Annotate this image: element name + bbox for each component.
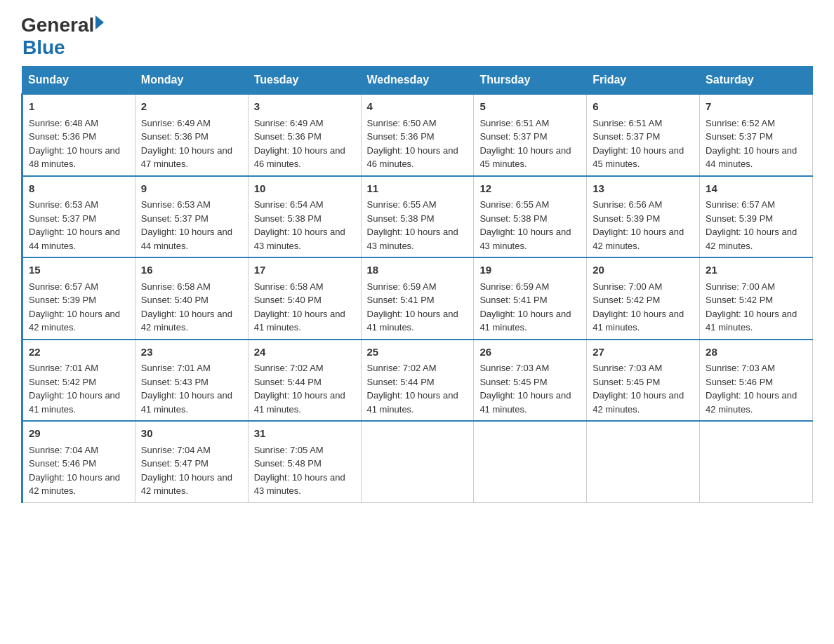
sunrise-text: Sunrise: 6:51 AM bbox=[479, 118, 549, 128]
daylight-text: Daylight: 10 hours and 41 minutes. bbox=[254, 309, 345, 333]
daylight-text: Daylight: 10 hours and 42 minutes. bbox=[706, 227, 797, 251]
sunrise-text: Sunrise: 6:49 AM bbox=[254, 118, 324, 128]
daylight-text: Daylight: 10 hours and 41 minutes. bbox=[29, 390, 120, 415]
calendar-cell: 21Sunrise: 7:00 AMSunset: 5:42 PMDayligh… bbox=[700, 257, 813, 340]
calendar-cell bbox=[361, 421, 474, 502]
daylight-text: Daylight: 10 hours and 47 minutes. bbox=[141, 145, 232, 170]
day-header-sunday: Sunday bbox=[22, 67, 135, 95]
sunset-text: Sunset: 5:42 PM bbox=[706, 295, 773, 305]
calendar-cell: 23Sunrise: 7:01 AMSunset: 5:43 PMDayligh… bbox=[135, 340, 248, 422]
day-number: 30 bbox=[141, 426, 242, 442]
sunrise-text: Sunrise: 6:53 AM bbox=[29, 199, 98, 210]
sunrise-text: Sunrise: 7:05 AM bbox=[254, 445, 324, 455]
calendar-cell: 11Sunrise: 6:55 AMSunset: 5:38 PMDayligh… bbox=[361, 176, 474, 258]
calendar-cell: 8Sunrise: 6:53 AMSunset: 5:37 PMDaylight… bbox=[22, 176, 135, 258]
daylight-text: Daylight: 10 hours and 41 minutes. bbox=[593, 309, 684, 333]
day-number: 26 bbox=[479, 344, 581, 361]
sunset-text: Sunset: 5:36 PM bbox=[254, 131, 322, 142]
day-header-monday: Monday bbox=[135, 67, 248, 95]
sunset-text: Sunset: 5:37 PM bbox=[141, 213, 208, 224]
daylight-text: Daylight: 10 hours and 42 minutes. bbox=[706, 390, 797, 415]
day-number: 9 bbox=[141, 181, 242, 197]
daylight-text: Daylight: 10 hours and 42 minutes. bbox=[593, 227, 684, 251]
sunrise-text: Sunrise: 7:00 AM bbox=[706, 281, 775, 292]
day-number: 23 bbox=[141, 344, 242, 361]
day-number: 12 bbox=[479, 181, 581, 197]
calendar-cell: 14Sunrise: 6:57 AMSunset: 5:39 PMDayligh… bbox=[700, 176, 813, 258]
calendar-cell: 7Sunrise: 6:52 AMSunset: 5:37 PMDaylight… bbox=[700, 94, 813, 176]
sunset-text: Sunset: 5:39 PM bbox=[593, 213, 660, 224]
sunrise-text: Sunrise: 7:04 AM bbox=[141, 445, 211, 455]
calendar-week-4: 22Sunrise: 7:01 AMSunset: 5:42 PMDayligh… bbox=[22, 340, 813, 422]
sunset-text: Sunset: 5:45 PM bbox=[479, 377, 547, 387]
calendar-cell: 25Sunrise: 7:02 AMSunset: 5:44 PMDayligh… bbox=[361, 340, 474, 422]
calendar-cell: 20Sunrise: 7:00 AMSunset: 5:42 PMDayligh… bbox=[587, 257, 700, 340]
calendar-cell: 18Sunrise: 6:59 AMSunset: 5:41 PMDayligh… bbox=[361, 257, 474, 340]
calendar-cell: 6Sunrise: 6:51 AMSunset: 5:37 PMDaylight… bbox=[587, 94, 700, 176]
logo-triangle-icon bbox=[95, 15, 104, 29]
sunset-text: Sunset: 5:40 PM bbox=[141, 295, 208, 305]
sunset-text: Sunset: 5:47 PM bbox=[141, 458, 208, 469]
sunset-text: Sunset: 5:43 PM bbox=[141, 377, 208, 387]
daylight-text: Daylight: 10 hours and 44 minutes. bbox=[29, 227, 120, 251]
sunset-text: Sunset: 5:37 PM bbox=[593, 131, 660, 142]
calendar-header-row: SundayMondayTuesdayWednesdayThursdayFrid… bbox=[22, 67, 813, 95]
sunrise-text: Sunrise: 7:02 AM bbox=[367, 363, 437, 373]
day-number: 17 bbox=[254, 262, 355, 279]
daylight-text: Daylight: 10 hours and 48 minutes. bbox=[29, 145, 120, 170]
sunrise-text: Sunrise: 7:03 AM bbox=[706, 363, 775, 373]
calendar-cell: 4Sunrise: 6:50 AMSunset: 5:36 PMDaylight… bbox=[361, 94, 474, 176]
sunset-text: Sunset: 5:38 PM bbox=[367, 213, 435, 224]
daylight-text: Daylight: 10 hours and 42 minutes. bbox=[29, 309, 120, 333]
sunrise-text: Sunrise: 6:58 AM bbox=[254, 281, 324, 292]
calendar-cell: 5Sunrise: 6:51 AMSunset: 5:37 PMDaylight… bbox=[474, 94, 587, 176]
day-number: 31 bbox=[254, 426, 355, 442]
day-number: 14 bbox=[706, 181, 807, 197]
calendar-cell: 15Sunrise: 6:57 AMSunset: 5:39 PMDayligh… bbox=[22, 257, 135, 340]
day-number: 21 bbox=[706, 262, 807, 279]
sunrise-text: Sunrise: 7:00 AM bbox=[593, 281, 662, 292]
day-number: 22 bbox=[29, 344, 129, 361]
sunset-text: Sunset: 5:39 PM bbox=[29, 295, 96, 305]
daylight-text: Daylight: 10 hours and 42 minutes. bbox=[141, 309, 232, 333]
sunset-text: Sunset: 5:46 PM bbox=[29, 458, 96, 469]
sunrise-text: Sunrise: 6:59 AM bbox=[367, 281, 437, 292]
sunset-text: Sunset: 5:36 PM bbox=[29, 131, 96, 142]
sunrise-text: Sunrise: 6:49 AM bbox=[141, 118, 211, 128]
sunrise-text: Sunrise: 7:01 AM bbox=[141, 363, 211, 373]
calendar-cell: 13Sunrise: 6:56 AMSunset: 5:39 PMDayligh… bbox=[587, 176, 700, 258]
day-number: 1 bbox=[29, 99, 129, 115]
sunset-text: Sunset: 5:36 PM bbox=[367, 131, 435, 142]
daylight-text: Daylight: 10 hours and 42 minutes. bbox=[29, 472, 120, 497]
daylight-text: Daylight: 10 hours and 43 minutes. bbox=[367, 227, 458, 251]
calendar-cell bbox=[587, 421, 700, 502]
daylight-text: Daylight: 10 hours and 44 minutes. bbox=[141, 227, 232, 251]
sunrise-text: Sunrise: 6:55 AM bbox=[367, 199, 437, 210]
sunset-text: Sunset: 5:44 PM bbox=[367, 377, 435, 387]
calendar-cell: 1Sunrise: 6:48 AMSunset: 5:36 PMDaylight… bbox=[22, 94, 135, 176]
calendar-cell: 2Sunrise: 6:49 AMSunset: 5:36 PMDaylight… bbox=[135, 94, 248, 176]
day-number: 5 bbox=[479, 99, 581, 115]
sunrise-text: Sunrise: 7:03 AM bbox=[593, 363, 662, 373]
logo-general: General bbox=[21, 14, 94, 36]
sunrise-text: Sunrise: 7:01 AM bbox=[29, 363, 98, 373]
day-header-saturday: Saturday bbox=[700, 67, 813, 95]
calendar-cell: 29Sunrise: 7:04 AMSunset: 5:46 PMDayligh… bbox=[22, 421, 135, 502]
logo-blue: Blue bbox=[22, 36, 104, 59]
day-number: 7 bbox=[706, 99, 807, 115]
daylight-text: Daylight: 10 hours and 43 minutes. bbox=[254, 227, 345, 251]
sunset-text: Sunset: 5:41 PM bbox=[479, 295, 547, 305]
sunset-text: Sunset: 5:38 PM bbox=[254, 213, 322, 224]
day-number: 29 bbox=[29, 426, 129, 442]
sunrise-text: Sunrise: 6:57 AM bbox=[29, 281, 98, 292]
daylight-text: Daylight: 10 hours and 42 minutes. bbox=[141, 472, 232, 497]
day-number: 15 bbox=[29, 262, 129, 279]
daylight-text: Daylight: 10 hours and 41 minutes. bbox=[141, 390, 232, 415]
calendar-cell bbox=[474, 421, 587, 502]
day-number: 18 bbox=[367, 262, 468, 279]
sunrise-text: Sunrise: 6:48 AM bbox=[29, 118, 98, 128]
calendar-cell: 19Sunrise: 6:59 AMSunset: 5:41 PMDayligh… bbox=[474, 257, 587, 340]
daylight-text: Daylight: 10 hours and 43 minutes. bbox=[254, 472, 345, 497]
sunset-text: Sunset: 5:38 PM bbox=[479, 213, 547, 224]
day-header-friday: Friday bbox=[587, 67, 700, 95]
